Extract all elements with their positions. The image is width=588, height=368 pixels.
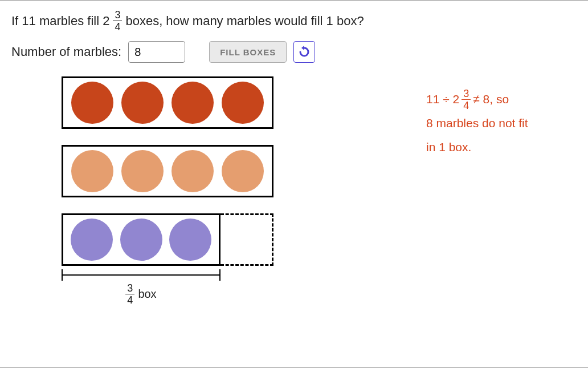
measure-word: box	[138, 288, 156, 301]
box-1	[62, 76, 273, 129]
measure-label: 3 4 box	[62, 283, 220, 305]
feedback-text: 11 ÷ 2 3 4 ≠ 8, so 8 marbles do not fit …	[426, 87, 569, 159]
marbles-input[interactable]	[128, 41, 185, 63]
marble	[172, 150, 214, 192]
measure-tick-right	[219, 269, 220, 281]
marble	[222, 82, 264, 124]
question-seg2: boxes, how many marbles would fill 1 box…	[125, 14, 364, 29]
marble	[169, 219, 211, 261]
feedback-frac-den: 4	[462, 99, 471, 111]
question-frac-num: 3	[113, 10, 122, 21]
measure-bar	[62, 274, 220, 276]
box-3-filled-portion	[62, 213, 220, 266]
marble	[120, 219, 162, 261]
measure-frac-num: 3	[125, 283, 134, 294]
measure-fraction: 3 4	[125, 283, 134, 305]
question-text: If 11 marbles fill 2 3 4 boxes, how many…	[11, 10, 577, 32]
undo-icon	[297, 45, 311, 59]
marble	[71, 219, 113, 261]
marble	[222, 150, 264, 192]
feedback-post1: ≠ 8, so	[473, 87, 509, 111]
measure-frac-den: 4	[125, 294, 134, 305]
feedback-frac-num: 3	[462, 88, 471, 99]
boxes-visual	[62, 76, 273, 266]
feedback-pre: 11 ÷ 2	[426, 87, 459, 111]
box-2	[62, 145, 273, 197]
box-3	[62, 213, 273, 266]
marbles-label: Number of marbles:	[11, 45, 121, 59]
marble	[71, 150, 113, 192]
fill-boxes-button[interactable]: FILL BOXES	[209, 41, 287, 63]
question-seg1: If 11 marbles fill 2	[11, 14, 109, 29]
feedback-line3: in 1 box.	[426, 135, 569, 159]
reset-button[interactable]	[293, 41, 315, 63]
marble	[71, 82, 113, 124]
marble	[172, 82, 214, 124]
question-fraction: 3 4	[113, 10, 122, 32]
box-3-empty-quarter	[220, 213, 273, 266]
feedback-line2: 8 marbles do not fit	[426, 111, 569, 135]
marble	[121, 82, 164, 124]
marble	[121, 150, 164, 192]
question-frac-den: 4	[113, 21, 122, 32]
feedback-fraction: 3 4	[462, 88, 471, 111]
controls-row: Number of marbles: FILL BOXES	[11, 41, 577, 63]
measure-bracket: 3 4 box	[62, 269, 220, 305]
